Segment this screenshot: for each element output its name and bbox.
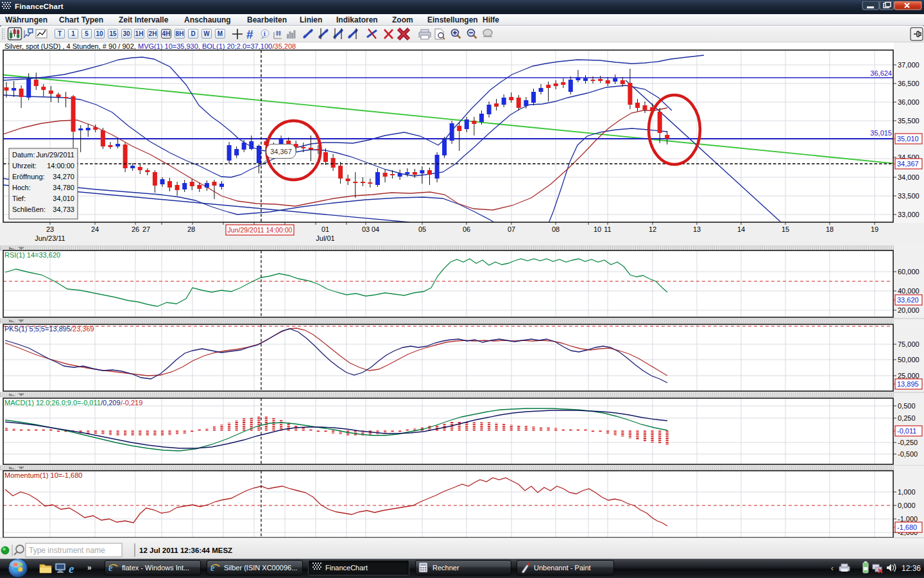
svg-text:Tief:: Tief: xyxy=(12,195,26,202)
svg-text:1,000: 1,000 xyxy=(898,488,916,496)
svg-text:34,733: 34,733 xyxy=(53,206,74,213)
svg-text:#: # xyxy=(246,28,253,41)
svg-text:04: 04 xyxy=(372,225,379,233)
svg-text:-1,000: -1,000 xyxy=(898,515,918,523)
svg-text:‹: ‹ xyxy=(831,564,834,573)
svg-text:13,895: 13,895 xyxy=(897,380,919,388)
svg-text:20,000: 20,000 xyxy=(898,306,920,314)
svg-text:75,000: 75,000 xyxy=(898,340,920,348)
svg-text:50,000: 50,000 xyxy=(898,356,920,363)
svg-text:01: 01 xyxy=(321,225,329,233)
svg-text:Jul/01: Jul/01 xyxy=(316,234,334,242)
svg-text:15: 15 xyxy=(782,225,789,233)
svg-text:-0,011: -0,011 xyxy=(897,427,916,435)
svg-text:27: 27 xyxy=(142,225,150,233)
svg-text:07: 07 xyxy=(508,225,515,233)
svg-text:14:00:00: 14:00:00 xyxy=(47,162,74,170)
svg-text:34,000: 34,000 xyxy=(898,173,920,181)
svg-text:Jun/29/2011: Jun/29/2011 xyxy=(36,151,74,159)
svg-text:60,000: 60,000 xyxy=(898,268,920,276)
svg-text:Eröffnung:: Eröffnung: xyxy=(12,173,45,180)
svg-text:34,367: 34,367 xyxy=(897,160,919,168)
svg-text:25,000: 25,000 xyxy=(898,372,920,380)
svg-text:PKS(1) 5;5;5=13,895: PKS(1) 5;5;5=13,895 xyxy=(4,325,71,333)
svg-text:26: 26 xyxy=(132,225,139,233)
svg-text:36,624: 36,624 xyxy=(870,69,892,77)
svg-text:Type instrument name: Type instrument name xyxy=(29,546,105,555)
svg-text:e: e xyxy=(108,563,113,573)
svg-text:05: 05 xyxy=(418,225,426,233)
svg-text:36,000: 36,000 xyxy=(898,98,920,106)
svg-text:33,620: 33,620 xyxy=(897,296,919,304)
svg-text:Datum:: Datum: xyxy=(12,151,35,159)
svg-text:11: 11 xyxy=(604,225,611,233)
svg-text:14: 14 xyxy=(737,225,745,233)
svg-text:28: 28 xyxy=(187,225,195,233)
svg-text:Jun/23/11: Jun/23/11 xyxy=(35,234,65,242)
svg-text:35,010: 35,010 xyxy=(897,135,919,143)
svg-text:24: 24 xyxy=(91,225,99,233)
svg-text:RSI(1) 14=33,620: RSI(1) 14=33,620 xyxy=(4,251,60,259)
svg-text:Schließen:: Schließen: xyxy=(12,206,46,213)
svg-text:/0,209: /0,209 xyxy=(101,399,121,407)
svg-text:Uhrzeit:: Uhrzeit: xyxy=(12,162,37,170)
svg-text:08: 08 xyxy=(552,225,560,233)
svg-text:Hoch:: Hoch: xyxy=(12,184,31,191)
svg-text:e: e xyxy=(69,562,74,575)
svg-text:19: 19 xyxy=(871,225,878,233)
svg-text:34,010: 34,010 xyxy=(53,195,74,202)
svg-text:MVG(1) 10=35,930, BOL(1) 20;2.: MVG(1) 10=35,930, BOL(1) 20;2.0=37,100 xyxy=(138,42,272,50)
svg-text:i: i xyxy=(264,30,266,37)
svg-text:/35,208: /35,208 xyxy=(273,42,296,50)
svg-text:12: 12 xyxy=(649,225,656,233)
svg-text:34,367: 34,367 xyxy=(270,148,292,155)
svg-text:12 Jul 2011 12:36:44 MESZ: 12 Jul 2011 12:36:44 MESZ xyxy=(139,547,232,554)
svg-text:0,500: 0,500 xyxy=(898,402,916,410)
svg-text:10: 10 xyxy=(594,225,601,233)
svg-text:Jun/29/2011 14:00:00: Jun/29/2011 14:00:00 xyxy=(228,226,293,234)
svg-text:-0,250: -0,250 xyxy=(898,439,918,446)
svg-text:-1,680: -1,680 xyxy=(897,523,917,531)
svg-text:34,270: 34,270 xyxy=(53,173,74,180)
svg-text:»: » xyxy=(87,563,92,572)
svg-text:33,500: 33,500 xyxy=(898,192,920,200)
svg-text:e: e xyxy=(210,563,215,573)
svg-text:Silver, spot (USD) , 4 Stunden: Silver, spot (USD) , 4 Stunden, # 90 / 9… xyxy=(4,42,136,50)
svg-text:/23,369: /23,369 xyxy=(71,325,94,333)
svg-text:36,500: 36,500 xyxy=(898,80,920,87)
svg-text:0,250: 0,250 xyxy=(898,414,916,422)
svg-text:40,000: 40,000 xyxy=(898,287,920,295)
svg-text:37,000: 37,000 xyxy=(898,61,920,69)
svg-text:/-0,219: /-0,219 xyxy=(121,399,142,407)
svg-text:-0,500: -0,500 xyxy=(898,450,918,458)
svg-text:13: 13 xyxy=(693,225,701,233)
svg-text:18: 18 xyxy=(826,225,834,233)
svg-text:Momentum(1) 10=-1,680: Momentum(1) 10=-1,680 xyxy=(4,471,82,479)
svg-text:MACD(1) 12.0;26.0;9.0=-0,011: MACD(1) 12.0;26.0;9.0=-0,011 xyxy=(4,399,101,407)
svg-text:35,015: 35,015 xyxy=(870,129,892,137)
svg-text:23: 23 xyxy=(46,225,54,233)
svg-text:35,500: 35,500 xyxy=(898,117,920,125)
svg-text:06: 06 xyxy=(463,225,470,233)
svg-text:33,000: 33,000 xyxy=(898,211,920,218)
svg-text:03: 03 xyxy=(362,225,370,233)
svg-text:12:36: 12:36 xyxy=(902,564,921,573)
svg-text:34,780: 34,780 xyxy=(53,184,74,191)
svg-text:0,000: 0,000 xyxy=(898,502,916,509)
